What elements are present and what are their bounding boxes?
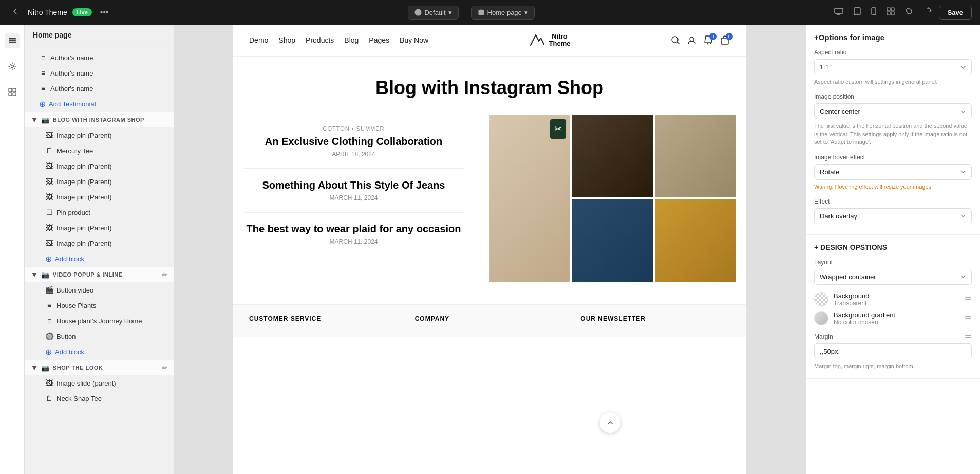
sidebar-item-label: Neck Snap Tee [56,395,167,403]
sidebar-item-image-pin-6[interactable]: 🖼 Image pin (Parent) [25,235,174,251]
grid-image-featured[interactable]: ✂ [489,115,570,282]
background-gradient-value: No color chosen [834,319,895,326]
background-gradient-more-icon[interactable] [965,314,972,323]
background-value: Transparent [834,300,869,307]
sidebar-panel: Home page ≡ Author's name ≡ Author's nam… [25,25,174,474]
add-testimonial-button[interactable]: ⊕ Add Testimonial [25,96,174,112]
add-block-1-button[interactable]: ⊕ Add block [25,251,174,267]
canvas-inner[interactable]: Demo Shop Products Blog Pages Buy Now Ni… [174,25,805,474]
add-testimonial-label: Add Testimonial [49,100,96,108]
sidebar-item-house-plants-journey[interactable]: ≡ House plant's Journey Home [25,313,174,329]
sidebar-item-label: Pin product [56,209,167,216]
svg-point-3 [857,13,858,14]
tablet-view-button[interactable] [851,5,864,20]
sidebar-item-image-pin-4[interactable]: 🖼 Image pin (Parent) [25,189,174,205]
svg-rect-28 [965,337,971,338]
site-logo: Nitro Theme [529,33,571,48]
nav-links: Demo Shop Products Blog Pages Buy Now [249,36,428,44]
margin-input[interactable] [814,343,972,359]
edit-icon[interactable]: ✏ [162,271,168,279]
sidebar-item-mercury-tee[interactable]: 🗒 Mercury Tee [25,143,174,158]
sidebar-item-pin-product[interactable]: ☐ Pin product [25,205,174,220]
nav-icons: 0 0 [670,35,730,45]
svg-rect-8 [887,12,890,15]
topbar-center: Default ▾ Home page ▾ [408,6,534,20]
sidebar-item-author3[interactable]: ≡ Author's name [25,81,174,96]
default-dropdown[interactable]: Default ▾ [408,6,458,20]
sidebar-item-image-pin-2[interactable]: 🖼 Image pin (Parent) [25,158,174,174]
edit-icon[interactable]: ✏ [162,364,168,372]
layers-icon-button[interactable] [5,33,20,48]
grid-image-3[interactable] [655,115,736,197]
desktop-view-button[interactable] [831,6,846,19]
add-block-label: Add block [55,348,84,356]
svg-rect-7 [891,8,894,11]
sidebar-item-button[interactable]: 🔘 Button [25,329,174,344]
grid-image-2[interactable] [572,115,653,197]
svg-point-18 [672,37,678,43]
background-swatch[interactable] [814,292,828,306]
mobile-view-button[interactable] [868,5,879,20]
nav-shop[interactable]: Shop [278,36,295,44]
svg-rect-27 [965,335,971,336]
list-icon: ≡ [45,317,53,325]
sidebar-item-image-slide[interactable]: 🖼 Image slide (parent) [25,375,174,391]
page-dropdown[interactable]: Home page ▾ [471,6,535,20]
undo-button[interactable] [902,5,916,20]
sidebar-section-label: Shop the look [53,364,103,371]
sidebar-item-label: House Plants [56,302,167,309]
logo-line2: Theme [549,40,571,47]
sidebar-item-house-plants[interactable]: ≡ House Plants [25,298,174,313]
svg-rect-17 [13,93,16,96]
grid-image-4[interactable] [572,199,653,282]
sidebar-item-button-video[interactable]: 🎬 Button video [25,282,174,298]
sidebar-item-label: Author's name [50,54,167,62]
blog-section-title: Blog with Instagram Shop [243,77,736,99]
scroll-up-button[interactable] [600,412,620,433]
aspect-ratio-hint: Aspect ratio custom will settings in gen… [814,78,972,86]
sidebar-item-neck-snap-tee[interactable]: 🗒 Neck Snap Tee [25,391,174,406]
svg-rect-25 [965,316,971,317]
hover-effect-select[interactable]: Rotate Zoom None [814,164,972,180]
sidebar-section-label: Video popup & inline [53,271,123,278]
sidebar-item-author2[interactable]: ≡ Author's name [25,65,174,81]
sidebar-section-shop[interactable]: ▼ 📷 Shop the look ✏ [25,360,174,375]
sidebar-item-label: Author's name [50,85,167,93]
image-position-select[interactable]: Center center Top left Top center Bottom… [814,103,972,119]
image-icon: 🖼 [45,177,53,186]
sidebar-item-label: Button [56,333,167,340]
topbar: Nitro Theme Live ••• Default ▾ Home page… [0,0,980,25]
sidebar-item-image-pin-3[interactable]: 🖼 Image pin (Parent) [25,174,174,189]
sidebar-section-video[interactable]: ▼ 📷 Video popup & inline ✏ [25,267,174,282]
footer-section: CUSTOMER SERVICE COMPANY OUR NEWSLETTER [233,304,746,337]
live-badge: Live [72,8,92,16]
aspect-ratio-select[interactable]: 1:1 16:9 4:3 Adapt to image [814,59,972,75]
grid-view-button[interactable] [883,5,898,20]
svg-rect-10 [9,38,16,40]
sidebar-item-image-pin-5[interactable]: 🖼 Image pin (Parent) [25,220,174,235]
redo-button[interactable] [920,5,935,20]
sidebar-item-image-pin-1[interactable]: 🖼 Image pin (Parent) [25,127,174,143]
add-block-2-button[interactable]: ⊕ Add block [25,344,174,360]
background-gradient-swatch[interactable] [814,311,828,325]
video-icon: 🎬 [45,286,53,294]
sidebar-item-author1[interactable]: ≡ Author's name [25,50,174,65]
sidebar-item-label: Author's name [50,69,167,77]
effect-select[interactable]: Dark overlay Light overlay None [814,208,972,224]
nav-products[interactable]: Products [306,36,334,44]
sidebar-section-blog[interactable]: ▼ 📷 BLOG WITH INSTAGRAM SHOP [25,112,174,127]
nav-pages[interactable]: Pages [369,36,389,44]
save-button[interactable]: Save [939,6,972,20]
layout-select[interactable]: Wrapped container Full width Fixed [814,269,972,285]
grid-image-5[interactable] [655,199,736,282]
nav-blog[interactable]: Blog [344,36,359,44]
right-panel: +Options for image Aspect ratio 1:1 16:9… [805,25,980,474]
nav-demo[interactable]: Demo [249,36,268,44]
nav-buynow[interactable]: Buy Now [400,36,428,44]
blocks-icon-button[interactable] [5,84,20,100]
background-more-icon[interactable] [965,295,972,304]
settings-icon-button[interactable] [5,59,20,74]
more-options-button[interactable]: ••• [97,6,112,19]
back-button[interactable] [8,5,23,20]
main-layout: Home page ≡ Author's name ≡ Author's nam… [0,25,980,474]
